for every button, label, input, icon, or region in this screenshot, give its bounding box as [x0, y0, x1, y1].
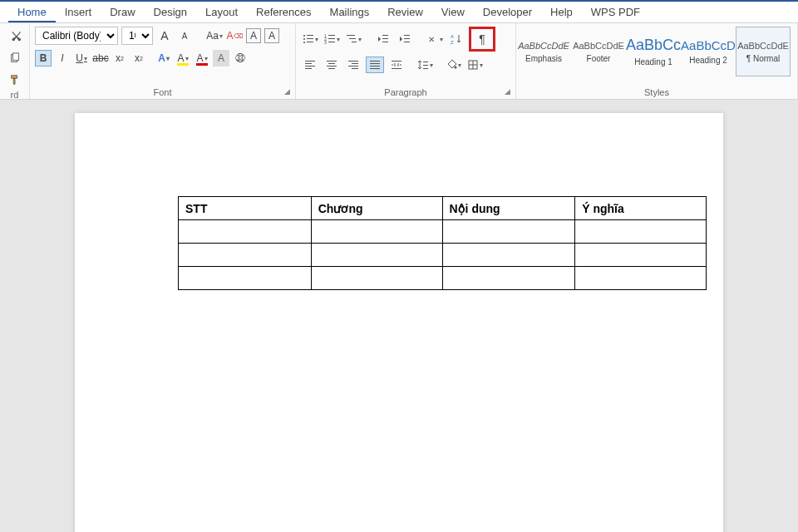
- bold-button[interactable]: B: [35, 50, 52, 66]
- style-heading1[interactable]: AaBbCc Heading 1: [626, 27, 681, 76]
- scissors-icon: [9, 31, 21, 42]
- menu-review[interactable]: Review: [378, 2, 432, 22]
- multilevel-button[interactable]: ▾: [344, 31, 362, 47]
- underline-button[interactable]: U▾: [73, 50, 90, 66]
- table-header-cell[interactable]: STT: [179, 197, 312, 220]
- dialog-launcher-icon[interactable]: ◢: [505, 87, 510, 96]
- styles-group-label: Styles: [516, 86, 797, 97]
- table-header-cell[interactable]: Ý nghĩa: [575, 197, 707, 220]
- svg-rect-44: [423, 62, 428, 62]
- table-row[interactable]: [179, 267, 707, 290]
- menu-view[interactable]: View: [432, 2, 474, 22]
- menu-layout[interactable]: Layout: [196, 2, 247, 22]
- paragraph-group-label: Paragraph◢: [301, 86, 510, 97]
- grow-font-button[interactable]: A: [156, 27, 173, 44]
- table-row[interactable]: [179, 244, 707, 267]
- svg-rect-34: [348, 61, 358, 62]
- table-row[interactable]: [179, 220, 707, 244]
- shading-button[interactable]: ▾: [444, 57, 462, 73]
- menu-design[interactable]: Design: [145, 2, 196, 22]
- change-case-button[interactable]: Aa▾: [206, 27, 223, 44]
- dialog-launcher-icon[interactable]: ◢: [284, 87, 290, 96]
- menu-draw[interactable]: Draw: [101, 2, 144, 22]
- superscript-button[interactable]: x2: [131, 50, 147, 66]
- svg-rect-42: [392, 61, 401, 62]
- table-cell[interactable]: [179, 267, 312, 290]
- svg-rect-15: [349, 38, 356, 39]
- copy-icon: [9, 52, 21, 64]
- table-cell[interactable]: [442, 220, 575, 244]
- menu-insert[interactable]: Insert: [56, 2, 101, 22]
- distributed-button[interactable]: [387, 57, 406, 73]
- svg-rect-33: [328, 68, 335, 69]
- numbering-button[interactable]: 123▾: [323, 31, 341, 47]
- format-painter-button[interactable]: [7, 71, 23, 88]
- table-cell[interactable]: [442, 267, 575, 290]
- char-border-button[interactable]: A: [264, 28, 279, 43]
- strike-button[interactable]: abc: [92, 50, 109, 66]
- indent-icon: [399, 33, 411, 45]
- align-left-button[interactable]: [301, 57, 319, 73]
- svg-rect-11: [328, 38, 335, 39]
- justify-button[interactable]: [366, 57, 384, 73]
- asian-layout-button[interactable]: ✕▾: [426, 31, 444, 47]
- svg-rect-7: [307, 42, 313, 42]
- style-footer[interactable]: AaBbCcDdE Footer: [571, 27, 626, 76]
- svg-rect-41: [370, 68, 380, 69]
- menu-help[interactable]: Help: [541, 2, 582, 22]
- multilevel-icon: [346, 33, 357, 45]
- table-cell[interactable]: [311, 267, 442, 290]
- page[interactable]: STT Chương Nội dung Ý nghĩa: [75, 113, 723, 532]
- table-header-cell[interactable]: Chương: [311, 197, 442, 220]
- document-area[interactable]: STT Chương Nội dung Ý nghĩa: [0, 100, 798, 532]
- table-cell[interactable]: [575, 220, 707, 244]
- table-cell[interactable]: [311, 220, 442, 244]
- shrink-font-button[interactable]: A: [176, 27, 193, 44]
- svg-rect-3: [307, 35, 313, 36]
- sort-button[interactable]: AZ: [447, 31, 466, 47]
- decrease-indent-button[interactable]: [374, 31, 392, 47]
- bullets-icon: [303, 33, 314, 45]
- align-center-button[interactable]: [323, 57, 341, 73]
- subscript-button[interactable]: x2: [111, 50, 128, 66]
- table-cell[interactable]: [442, 244, 575, 267]
- document-table[interactable]: STT Chương Nội dung Ý nghĩa: [178, 196, 707, 290]
- phonetic-guide-button[interactable]: A: [246, 28, 261, 43]
- copy-button[interactable]: [7, 50, 23, 66]
- align-right-button[interactable]: [344, 57, 362, 73]
- style-normal[interactable]: AaBbCcDdE ¶ Normal: [736, 27, 791, 76]
- bucket-icon: [446, 59, 457, 71]
- table-cell[interactable]: [575, 267, 707, 290]
- table-cell[interactable]: [179, 220, 312, 244]
- clipboard-label: rd: [5, 88, 24, 100]
- svg-rect-38: [370, 61, 380, 62]
- menu-mailings[interactable]: Mailings: [321, 2, 379, 22]
- clear-format-button[interactable]: A⌫: [226, 27, 243, 44]
- menu-references[interactable]: References: [247, 2, 320, 22]
- menu-home[interactable]: Home: [8, 2, 56, 22]
- menu-wpspdf[interactable]: WPS PDF: [582, 2, 649, 22]
- borders-button[interactable]: ▾: [466, 57, 484, 73]
- cut-button[interactable]: [7, 28, 23, 45]
- font-size-select[interactable]: 10: [121, 27, 153, 45]
- menu-developer[interactable]: Developer: [474, 2, 541, 22]
- enclose-char-button[interactable]: ㉝: [232, 50, 249, 66]
- table-header-row[interactable]: STT Chương Nội dung Ý nghĩa: [179, 197, 707, 220]
- font-color-button[interactable]: A▾: [194, 50, 210, 66]
- text-effects-button[interactable]: A▾: [155, 50, 172, 66]
- line-spacing-button[interactable]: ▾: [416, 57, 434, 73]
- char-shading-button[interactable]: A: [213, 50, 229, 66]
- table-cell[interactable]: [311, 244, 442, 267]
- font-name-select[interactable]: Calibri (Body): [35, 27, 118, 45]
- table-cell[interactable]: [179, 244, 312, 267]
- bullets-button[interactable]: ▾: [301, 31, 319, 47]
- highlight-button[interactable]: A▾: [175, 50, 191, 66]
- style-heading2[interactable]: AaBbCcD Heading 2: [681, 27, 736, 76]
- svg-rect-28: [305, 66, 315, 66]
- increase-indent-button[interactable]: [396, 31, 414, 47]
- italic-button[interactable]: I: [54, 50, 71, 66]
- table-header-cell[interactable]: Nội dung: [442, 197, 575, 220]
- style-emphasis[interactable]: AaBbCcDdE Emphasis: [516, 27, 571, 76]
- table-cell[interactable]: [575, 244, 707, 267]
- show-hide-button[interactable]: ¶: [473, 31, 491, 47]
